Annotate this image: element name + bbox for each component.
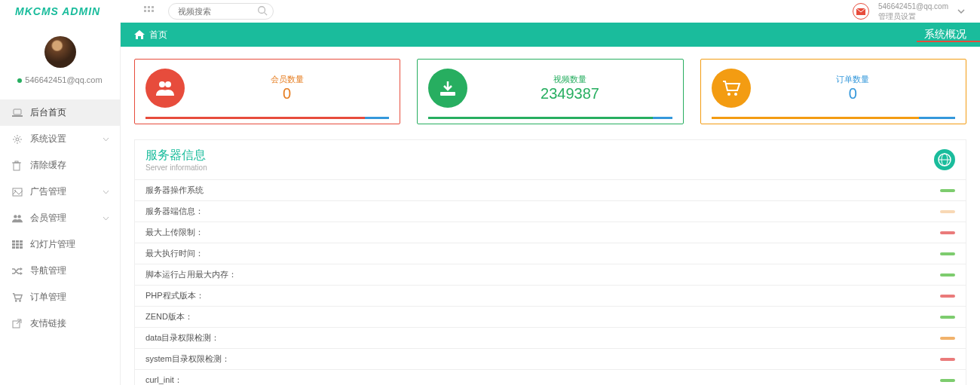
card-progress — [145, 117, 389, 119]
download-icon — [428, 69, 467, 108]
status-badge — [940, 252, 955, 255]
status-badge — [940, 189, 955, 192]
svg-point-6 — [259, 7, 265, 14]
th-icon — [12, 240, 23, 249]
external-icon — [12, 319, 23, 328]
card-progress — [712, 117, 955, 119]
svg-point-36 — [165, 81, 171, 87]
chevron-down-icon — [103, 216, 109, 221]
chevron-down-icon — [103, 137, 109, 142]
sidebar-item[interactable]: 广告管理 — [0, 179, 120, 205]
svg-rect-37 — [440, 92, 455, 96]
server-info-row: system目录权限检测： — [135, 349, 966, 370]
stat-card[interactable]: 订单数量0 — [700, 59, 966, 124]
breadcrumb-home[interactable]: 首页 — [149, 29, 167, 41]
sidebar-item-label: 订单管理 — [30, 291, 66, 304]
svg-rect-26 — [16, 246, 19, 249]
laptop-icon — [12, 108, 23, 118]
svg-rect-0 — [144, 6, 146, 8]
svg-point-38 — [727, 93, 730, 96]
sidebar-item[interactable]: 幻灯片管理 — [0, 231, 120, 258]
svg-point-31 — [19, 300, 21, 302]
status-badge — [940, 358, 955, 361]
users-icon — [12, 213, 23, 224]
svg-rect-10 — [12, 115, 23, 117]
card-value: 0 — [751, 85, 955, 102]
svg-rect-2 — [152, 6, 154, 8]
card-label: 会员数量 — [185, 74, 389, 85]
sidebar-item-label: 清除缓存 — [30, 159, 66, 172]
trash-icon — [12, 160, 23, 171]
random-icon — [12, 267, 23, 276]
user-email-side: 546642451@qq.com — [0, 75, 120, 84]
server-info-row: curl_init： — [135, 370, 966, 385]
status-badge — [940, 379, 955, 382]
server-info-row: 服务器操作系统 — [135, 180, 966, 201]
svg-rect-22 — [12, 243, 15, 246]
card-progress — [428, 117, 672, 119]
svg-line-7 — [265, 13, 268, 16]
apps-icon[interactable] — [144, 6, 155, 17]
info-label: 最大执行时间： — [145, 248, 940, 259]
card-label: 视频数量 — [467, 74, 672, 85]
info-label: ZEND版本： — [145, 311, 940, 322]
server-info-row: 最大上传限制： — [135, 222, 966, 243]
sidebar-item-label: 幻灯片管理 — [30, 238, 75, 251]
mail-icon[interactable] — [853, 3, 869, 20]
svg-rect-15 — [13, 188, 22, 196]
chevron-down-icon — [103, 190, 109, 194]
users-icon — [145, 69, 185, 108]
breadcrumb: 首页 系统概况 — [121, 23, 980, 47]
sidebar-item[interactable]: 清除缓存 — [0, 152, 120, 179]
svg-rect-19 — [12, 240, 15, 243]
server-info-row: 服务器端信息： — [135, 201, 966, 222]
sidebar-item[interactable]: 后台首页 — [0, 99, 120, 126]
home-icon[interactable] — [134, 30, 145, 39]
topbar: MKCMS ADMIN 546642451@qq.com 管理员设置 — [0, 0, 980, 23]
status-badge — [940, 231, 955, 234]
svg-rect-21 — [20, 240, 23, 243]
status-badge — [940, 316, 955, 319]
cart-icon — [12, 292, 23, 303]
svg-point-39 — [734, 93, 737, 96]
sidebar-item[interactable]: 会员管理 — [0, 205, 120, 231]
svg-marker-28 — [20, 267, 23, 270]
server-info-row: ZEND版本： — [135, 307, 966, 328]
user-meta[interactable]: 546642451@qq.com 管理员设置 — [878, 2, 948, 21]
info-label: 服务器操作系统 — [145, 185, 940, 196]
stat-card[interactable]: 视频数量2349387 — [417, 59, 683, 124]
info-label: 服务器端信息： — [145, 206, 940, 217]
sidebar-item[interactable]: 系统设置 — [0, 126, 120, 152]
sidebar-item[interactable]: 订单管理 — [0, 284, 120, 310]
sidebar-item-label: 友情链接 — [30, 317, 66, 330]
svg-point-17 — [14, 215, 17, 218]
search-icon[interactable] — [257, 5, 268, 16]
sidebar-item-label: 系统设置 — [30, 133, 66, 145]
user-role: 管理员设置 — [878, 11, 948, 21]
svg-point-30 — [15, 300, 17, 302]
sidebar-item-label: 导航管理 — [30, 264, 66, 277]
svg-rect-12 — [14, 163, 20, 170]
status-badge — [940, 295, 955, 298]
svg-point-18 — [17, 215, 20, 218]
cart-icon — [712, 69, 751, 108]
svg-rect-5 — [152, 10, 154, 12]
status-badge — [940, 273, 955, 277]
panel-subtitle: Server information — [145, 163, 207, 172]
cog-icon — [12, 134, 23, 145]
sidebar-item[interactable]: 友情链接 — [0, 310, 120, 337]
info-label: 脚本运行占用最大内存： — [145, 269, 940, 280]
sidebar-item-label: 后台首页 — [30, 106, 66, 119]
stat-card[interactable]: 会员数量0 — [134, 59, 400, 124]
user-email-top: 546642451@qq.com — [878, 2, 948, 11]
profile: 546642451@qq.com — [0, 23, 120, 92]
avatar[interactable] — [44, 36, 76, 68]
panel-title: 服务器信息 — [145, 148, 207, 163]
svg-rect-9 — [14, 109, 21, 115]
server-rows: 服务器操作系统服务器端信息：最大上传限制：最大执行时间：脚本运行占用最大内存：P… — [135, 180, 966, 385]
main: 首页 系统概况 会员数量0视频数量2349387订单数量0 服务器信息 Serv… — [121, 23, 980, 385]
svg-rect-23 — [16, 243, 19, 246]
chevron-down-icon[interactable] — [957, 9, 965, 14]
search-box — [168, 3, 274, 20]
sidebar-item[interactable]: 导航管理 — [0, 258, 120, 284]
